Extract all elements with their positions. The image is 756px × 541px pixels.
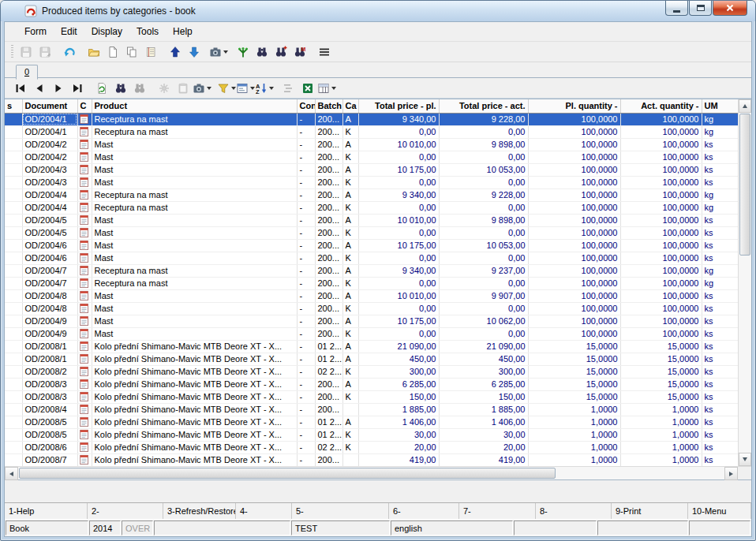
product-item-icon[interactable] [77,188,92,201]
cell-p1[interactable]: 0,00 [358,252,439,264]
prev-record-button[interactable] [30,80,49,97]
cell-product[interactable]: Mast [92,327,297,340]
cell-ca[interactable]: A [342,289,358,302]
vertical-scrollbar[interactable] [738,99,751,466]
cell-ca[interactable]: A [342,378,358,390]
column-header-icon[interactable]: C [77,99,92,113]
cell-product[interactable]: Receptura na mast [92,113,297,125]
cell-q2[interactable]: 100,0000 [620,239,702,252]
product-item-icon[interactable] [77,327,92,340]
cell-s[interactable] [5,188,22,201]
cell-q2[interactable]: 15,0000 [620,340,702,353]
cell-p2[interactable]: 9 237,00 [439,264,528,277]
cell-con[interactable]: - [297,378,315,390]
refresh-button[interactable] [92,80,111,97]
fkey-4[interactable]: 4- [236,503,292,519]
cell-p1[interactable]: 419,00 [358,453,439,466]
title-bar[interactable]: Produced items by categories - book [1,1,755,21]
horizontal-scroll-thumb[interactable] [19,468,556,479]
cell-con[interactable]: - [297,365,315,378]
cell-con[interactable]: - [297,302,315,315]
cell-um[interactable]: ks [702,163,738,176]
find-next-button[interactable] [271,43,290,61]
fkey-10-menu[interactable]: 10-Menu [688,503,751,519]
cell-s[interactable] [5,403,22,416]
cell-q1[interactable]: 100,0000 [528,252,620,264]
column-header-p2[interactable]: Total price - act. [439,99,528,113]
cell-s[interactable] [5,113,22,125]
close-button[interactable] [713,1,747,16]
cell-doc[interactable]: OD/2008/5 [22,416,77,428]
cell-q1[interactable]: 100,0000 [528,327,620,340]
product-item-icon[interactable] [77,239,92,252]
cell-p2[interactable]: 9 898,00 [439,138,528,151]
cell-doc[interactable]: OD/2004/4 [22,188,77,201]
cell-s[interactable] [5,428,22,441]
cell-q2[interactable]: 100,0000 [620,151,702,163]
cell-p1[interactable]: 0,00 [358,125,439,138]
form-view-button[interactable] [236,80,255,97]
notebook-button[interactable] [141,43,160,61]
product-item-icon[interactable] [77,289,92,302]
cell-ca[interactable]: A [342,113,358,125]
cell-q1[interactable]: 1,0000 [528,428,620,441]
cell-q1[interactable]: 100,0000 [528,151,620,163]
cell-product[interactable]: Kolo přední Shimano-Mavic MTB Deore XT -… [92,390,297,403]
cell-q1[interactable]: 100,0000 [528,113,620,125]
cell-p2[interactable]: 9 907,00 [439,289,528,302]
cell-p1[interactable]: 0,00 [358,302,439,315]
product-item-icon[interactable] [77,403,92,416]
cell-s[interactable] [5,151,22,163]
product-item-icon[interactable] [77,428,92,441]
cell-con[interactable]: - [297,416,315,428]
cell-q2[interactable]: 100,0000 [620,176,702,188]
cell-s[interactable] [5,453,22,466]
dropdown-arrow-icon[interactable] [331,87,336,90]
cell-q1[interactable]: 100,0000 [528,315,620,327]
table-row[interactable]: OD/2004/6Mast-200...A10 175,0010 053,001… [5,239,738,252]
cell-ca[interactable]: K [342,277,358,289]
cell-p2[interactable]: 10 062,00 [439,315,528,327]
cell-product[interactable]: Kolo přední Shimano-Mavic MTB Deore XT -… [92,441,297,453]
cell-um[interactable]: kg [702,113,738,125]
product-item-icon[interactable] [77,353,92,365]
table-row[interactable]: OD/2004/9Mast-200...A10 175,0010 062,001… [5,315,738,327]
cell-doc[interactable]: OD/2004/9 [22,315,77,327]
cell-s[interactable] [5,214,22,226]
product-item-icon[interactable] [77,365,92,378]
product-item-icon[interactable] [77,113,92,125]
cell-s[interactable] [5,353,22,365]
cell-q2[interactable]: 1,0000 [620,453,702,466]
cell-q1[interactable]: 1,0000 [528,453,620,466]
cell-um[interactable]: ks [702,453,738,466]
cell-um[interactable]: kg [702,125,738,138]
fkey-2[interactable]: 2- [88,503,163,519]
cell-con[interactable]: - [297,125,315,138]
cell-s[interactable] [5,163,22,176]
menu-form[interactable]: Form [17,23,54,40]
table-row[interactable]: OD/2004/8Mast-200...K0,000,00100,0000100… [5,302,738,315]
cell-q2[interactable]: 100,0000 [620,138,702,151]
cell-q1[interactable]: 15,0000 [528,340,620,353]
copy-button[interactable] [122,43,141,61]
fkey-1-help[interactable]: 1-Help [5,503,88,519]
cell-batch[interactable]: 01 2... [315,353,342,365]
cell-um[interactable]: ks [702,289,738,302]
cell-um[interactable]: ks [702,353,738,365]
cell-p1[interactable]: 150,00 [358,390,439,403]
vertical-scroll-thumb[interactable] [739,114,750,256]
column-header-q2[interactable]: Act. quantity - [620,99,702,113]
cell-p2[interactable]: 20,00 [439,441,528,453]
cell-p2[interactable]: 10 053,00 [439,163,528,176]
export-excel-button[interactable] [298,80,317,97]
fkey-7[interactable]: 7- [459,503,536,519]
cell-q1[interactable]: 100,0000 [528,163,620,176]
cell-p1[interactable]: 10 175,00 [358,163,439,176]
cell-ca[interactable]: K [342,125,358,138]
cell-product[interactable]: Kolo přední Shimano-Mavic MTB Deore XT -… [92,428,297,441]
fkey-6[interactable]: 6- [389,503,459,519]
cell-p1[interactable]: 0,00 [358,151,439,163]
cell-p1[interactable]: 10 175,00 [358,315,439,327]
cell-con[interactable]: - [297,176,315,188]
fkey-3-refresh-restore[interactable]: 3-Refresh/Restore [163,503,236,519]
